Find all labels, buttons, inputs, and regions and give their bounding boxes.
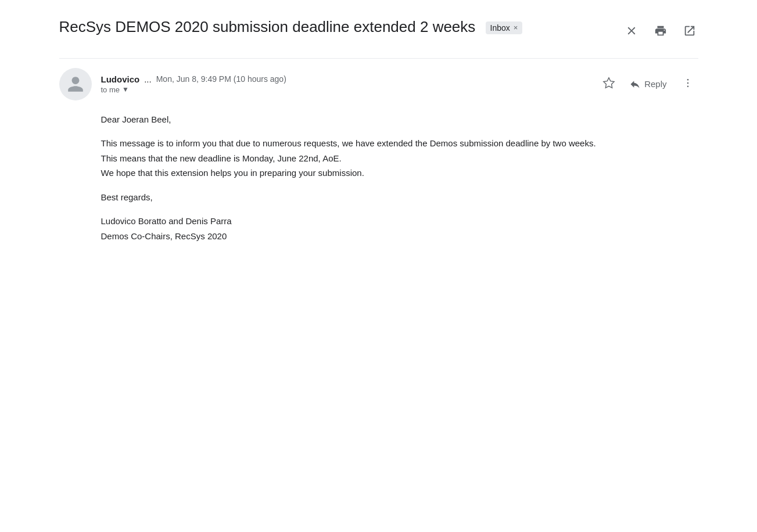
close-icon xyxy=(625,24,638,37)
to-line: to me ▼ xyxy=(101,85,590,94)
body-signature: Ludovico Boratto and Denis Parra Demos C… xyxy=(101,214,698,243)
close-button[interactable] xyxy=(623,22,640,39)
reply-button[interactable]: Reply xyxy=(623,75,672,94)
signature-line1: Ludovico Boratto and Denis Parra xyxy=(101,216,232,226)
email-subject: RecSys DEMOS 2020 submission deadline ex… xyxy=(59,17,623,37)
message-meta-row: Ludovico ... Mon, Jun 8, 9:49 PM (10 hou… xyxy=(59,68,698,100)
svg-point-0 xyxy=(687,79,688,81)
inbox-badge-label: Inbox xyxy=(490,23,510,33)
open-new-window-button[interactable] xyxy=(681,22,698,39)
body-greeting: Dear Joeran Beel, xyxy=(101,112,698,127)
inbox-badge-close[interactable]: × xyxy=(514,23,518,33)
email-container: RecSys DEMOS 2020 submission deadline ex… xyxy=(59,17,698,243)
star-icon xyxy=(602,77,615,89)
avatar-icon xyxy=(66,75,85,94)
print-button[interactable] xyxy=(652,22,669,39)
body-para2-text: This means that the new deadline is Mond… xyxy=(101,153,342,163)
body-para1-text: This message is to inform you that due t… xyxy=(101,138,596,148)
email-title-section: RecSys DEMOS 2020 submission deadline ex… xyxy=(59,17,623,42)
header-actions xyxy=(623,17,698,39)
message-actions: Reply xyxy=(599,73,698,95)
to-chevron-icon[interactable]: ▼ xyxy=(122,85,129,94)
sender-line: Ludovico ... Mon, Jun 8, 9:49 PM (10 hou… xyxy=(101,74,590,84)
message-info: Ludovico ... Mon, Jun 8, 9:49 PM (10 hou… xyxy=(101,74,590,94)
print-icon xyxy=(654,24,667,37)
open-new-window-icon xyxy=(683,24,696,37)
body-para3-text: We hope that this extension helps you in… xyxy=(101,168,364,178)
email-body: Dear Joeran Beel, This message is to inf… xyxy=(101,112,698,244)
reply-label: Reply xyxy=(644,79,666,89)
signature-line2: Demos Co-Chairs, RecSys 2020 xyxy=(101,231,227,241)
message-date: Mon, Jun 8, 9:49 PM (10 hours ago) xyxy=(156,74,286,84)
sender-name: Ludovico xyxy=(101,74,140,84)
reply-icon xyxy=(629,78,641,90)
inbox-badge: Inbox × xyxy=(486,21,523,34)
more-options-icon xyxy=(682,77,694,89)
star-button[interactable] xyxy=(599,73,619,95)
avatar xyxy=(59,68,92,100)
email-header: RecSys DEMOS 2020 submission deadline ex… xyxy=(59,17,698,42)
subject-text: RecSys DEMOS 2020 submission deadline ex… xyxy=(59,18,476,35)
body-paragraph1: This message is to inform you that due t… xyxy=(101,136,698,181)
svg-point-2 xyxy=(687,86,688,88)
svg-point-1 xyxy=(687,82,688,84)
header-divider xyxy=(59,58,698,59)
sender-ellipsis: ... xyxy=(144,74,152,84)
to-label: to me xyxy=(101,85,120,94)
more-options-button[interactable] xyxy=(677,75,698,93)
body-regards: Best regards, xyxy=(101,190,698,205)
